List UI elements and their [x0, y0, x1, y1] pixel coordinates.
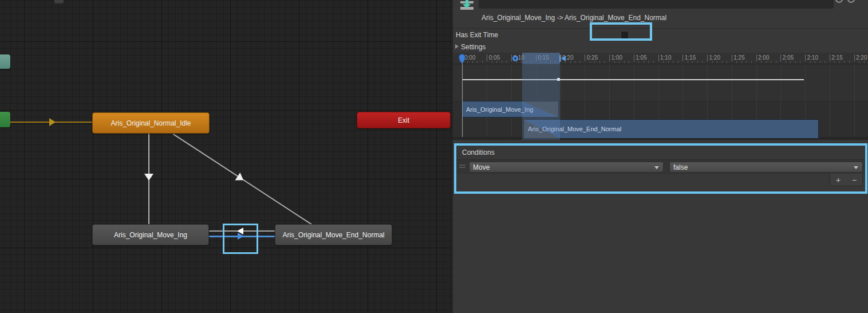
- ruler-label: 2:15: [831, 54, 842, 61]
- transition-duration-band-ruler[interactable]: [522, 53, 560, 64]
- ruler-subtick: [766, 61, 767, 63]
- ruler-subtick: [688, 61, 688, 63]
- ruler-subtick: [727, 61, 727, 63]
- conditions-header: Conditions: [462, 148, 495, 156]
- settings-label[interactable]: Settings: [461, 43, 486, 51]
- state-node-move-end-normal[interactable]: Aris_Original_Move_End_Normal: [275, 224, 392, 245]
- ruler-subtick: [477, 61, 478, 63]
- ruler-subtick: [815, 61, 815, 63]
- ruler-label: 2:00: [758, 54, 769, 61]
- ruler-subtick: [736, 61, 737, 63]
- highlight-box-transition-arrows: [223, 224, 258, 254]
- ruler-tick: [682, 54, 683, 61]
- ruler-subtick: [668, 61, 669, 63]
- ruler-subtick: [859, 61, 859, 63]
- transition-duration-band[interactable]: [522, 53, 560, 140]
- timeline-gridline: [854, 64, 855, 137]
- transition-icon: [460, 0, 474, 10]
- presets-icon[interactable]: [847, 0, 855, 3]
- ruler-subtick: [575, 61, 575, 63]
- blend-curve-line: [462, 79, 804, 80]
- highlight-box-has-exit-time: [590, 22, 652, 41]
- ruler-subtick: [839, 61, 840, 63]
- drag-handle-icon[interactable]: [459, 165, 465, 169]
- ruler-tick: [609, 54, 610, 61]
- ruler-label: 0:25: [587, 54, 598, 61]
- ruler-subtick: [580, 61, 581, 63]
- transition-end-marker-bar[interactable]: [559, 55, 561, 62]
- ruler-subtick: [702, 61, 703, 63]
- clip-bar-destination[interactable]: Aris_Original_Move_End_Normal: [523, 119, 819, 139]
- ruler-tick: [585, 54, 585, 61]
- exit-time-marker-icon[interactable]: [512, 56, 518, 61]
- ruler-subtick: [790, 61, 791, 63]
- condition-parameter-value: Move: [473, 163, 490, 171]
- playhead-line: [462, 60, 463, 137]
- ruler-subtick: [761, 61, 762, 63]
- ruler-subtick: [844, 61, 845, 63]
- ruler-subtick: [614, 61, 615, 63]
- ruler-subtick: [746, 61, 747, 63]
- ruler-subtick: [717, 61, 717, 63]
- state-node-exit[interactable]: Exit: [357, 112, 451, 128]
- add-condition-button[interactable]: +: [836, 176, 841, 184]
- ruler-subtick: [496, 61, 497, 63]
- ruler-label: 1:15: [685, 54, 696, 61]
- transition-timeline[interactable]: 0:000:050:100:150:200:251:001:051:101:15…: [453, 53, 868, 140]
- ruler-subtick: [824, 61, 825, 63]
- ruler-tick: [780, 54, 781, 61]
- timeline-gridline: [830, 64, 830, 137]
- transition-end-marker-icon[interactable]: [561, 56, 566, 61]
- remove-condition-button[interactable]: −: [852, 176, 857, 184]
- condition-value-dropdown[interactable]: false: [669, 162, 863, 173]
- condition-value: false: [673, 163, 688, 171]
- entry-node-fragment[interactable]: [0, 112, 10, 127]
- ruler-subtick: [638, 61, 639, 63]
- has-exit-time-label: Has Exit Time: [456, 31, 498, 39]
- ruler-label: 1:20: [709, 54, 720, 61]
- condition-parameter-dropdown[interactable]: Move: [469, 162, 664, 173]
- ruler-subtick: [590, 61, 590, 63]
- ruler-subtick: [849, 61, 850, 63]
- help-icon[interactable]: [835, 0, 843, 3]
- ruler-subtick: [644, 61, 644, 63]
- header-divider: [453, 28, 868, 29]
- state-node-move-ing[interactable]: Aris_Original_Move_Ing: [92, 224, 209, 245]
- ruler-tick: [487, 54, 487, 61]
- ruler-subtick: [741, 61, 742, 63]
- ruler-tick: [732, 54, 732, 61]
- ruler-label: 1:00: [611, 54, 622, 61]
- ruler-label: 0:00: [464, 54, 475, 61]
- ruler-subtick: [776, 61, 776, 63]
- ruler-subtick: [604, 61, 605, 63]
- ruler-subtick: [472, 61, 473, 63]
- ruler-tick: [511, 54, 512, 61]
- ruler-subtick: [599, 61, 600, 63]
- ruler-subtick: [482, 61, 483, 63]
- ruler-subtick: [810, 61, 811, 63]
- transition-title: Aris_Original_Move_Ing -> Aris_Original_…: [482, 14, 666, 22]
- chevron-down-icon: [654, 166, 659, 169]
- ruler-tick: [805, 54, 806, 61]
- idle-to-moveing-arrow-icon: [144, 174, 153, 181]
- settings-foldout-icon[interactable]: [455, 44, 459, 49]
- state-node-label: Aris_Original_Normal_Idle: [111, 119, 191, 127]
- state-machine-graph[interactable]: Aris_Original_Normal_Idle Exit Aris_Orig…: [0, 0, 452, 313]
- ruler-subtick: [697, 61, 698, 63]
- animator-window: Aris_Original_Normal_Idle Exit Aris_Orig…: [0, 0, 868, 313]
- transition-name-field[interactable]: [479, 0, 834, 9]
- timeline-preview-area: [453, 65, 868, 101]
- ruler-subtick: [864, 61, 865, 63]
- ruler-subtick: [678, 61, 678, 63]
- ruler-subtick: [820, 61, 820, 63]
- state-node-label: Exit: [398, 116, 409, 124]
- state-node-normal-idle[interactable]: Aris_Original_Normal_Idle: [92, 112, 210, 134]
- ruler-subtick: [653, 61, 654, 63]
- playhead-pin-tail: [459, 60, 465, 64]
- any-state-node-fragment[interactable]: [0, 54, 10, 69]
- conditions-section: Conditions Move false + −: [454, 143, 867, 194]
- ruler-tick: [634, 54, 634, 61]
- chevron-down-icon: [854, 166, 858, 169]
- ruler-subtick: [751, 61, 752, 63]
- ruler-subtick: [786, 61, 786, 63]
